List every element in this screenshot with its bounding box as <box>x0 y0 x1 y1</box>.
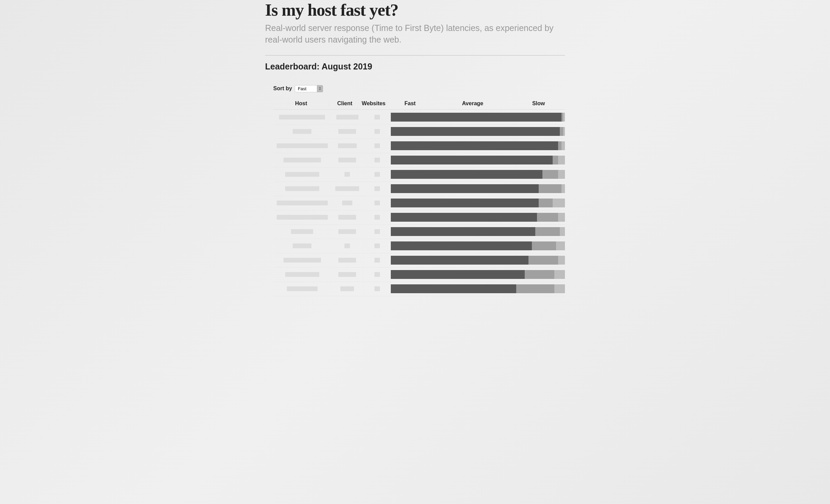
placeholder-host <box>293 129 311 134</box>
placeholder-websites <box>374 258 380 263</box>
cell-bar <box>391 125 565 139</box>
cell-client <box>331 225 364 239</box>
cell-host <box>273 268 331 282</box>
cell-host <box>273 210 331 224</box>
placeholder-client <box>338 129 356 134</box>
placeholder-host <box>293 243 311 248</box>
bar-segment-average <box>539 199 553 207</box>
placeholder-websites <box>374 143 380 148</box>
bar-segment-fast <box>391 170 542 179</box>
stacked-bar <box>391 127 565 136</box>
stacked-bar <box>391 256 565 265</box>
bar-segment-fast <box>391 284 516 293</box>
placeholder-client <box>338 158 356 162</box>
placeholder-websites <box>374 186 380 191</box>
sort-label: Sort by <box>273 85 292 92</box>
cell-client <box>331 268 364 282</box>
cell-bar <box>391 139 565 153</box>
cell-client <box>331 182 364 196</box>
placeholder-host <box>291 229 313 234</box>
placeholder-websites <box>374 286 380 291</box>
placeholder-websites <box>374 229 380 234</box>
bar-segment-slow <box>556 241 565 250</box>
bar-segment-slow <box>562 141 565 150</box>
bar-segment-average <box>532 241 556 250</box>
bar-segment-slow <box>558 156 565 164</box>
stacked-bar <box>391 213 565 222</box>
table-row <box>273 282 565 296</box>
cell-host <box>273 125 331 139</box>
bar-segment-average <box>558 141 562 150</box>
cell-client <box>331 110 364 124</box>
stacked-bar <box>391 227 565 236</box>
bar-segment-average <box>537 213 558 222</box>
bar-segment-fast <box>391 127 560 136</box>
page-subtitle: Real-world server response (Time to Firs… <box>265 22 565 46</box>
bar-segment-fast <box>391 241 532 250</box>
bar-segment-average <box>528 256 558 265</box>
table-row <box>273 168 565 182</box>
placeholder-websites <box>374 215 380 220</box>
placeholder-host <box>277 201 328 205</box>
col-header-websites: Websites <box>360 100 387 107</box>
cell-host <box>273 168 331 182</box>
placeholder-websites <box>374 201 380 205</box>
cell-host <box>273 139 331 153</box>
placeholder-client <box>344 243 350 248</box>
cell-host <box>273 225 331 239</box>
bar-segment-average <box>542 170 558 179</box>
stacked-bar <box>391 156 565 164</box>
table-header-row: Host Client Websites Fast Average Slow <box>273 100 565 110</box>
placeholder-client <box>335 186 359 191</box>
cell-client <box>331 139 364 153</box>
cell-client <box>331 168 364 182</box>
placeholder-client <box>338 272 356 277</box>
cell-bar <box>391 268 565 282</box>
bar-segment-slow <box>553 199 565 207</box>
cell-bar <box>391 196 565 210</box>
cell-bar <box>391 210 565 224</box>
cell-bar <box>391 110 565 124</box>
bar-segment-fast <box>391 141 558 150</box>
placeholder-host <box>277 215 328 220</box>
cell-client <box>331 125 364 139</box>
bar-segment-slow <box>560 227 565 236</box>
table-row <box>273 153 565 168</box>
col-header-average: Average <box>433 100 512 107</box>
bar-segment-fast <box>391 213 537 222</box>
table-row <box>273 253 565 268</box>
leaderboard-title: Leaderboard: August 2019 <box>265 62 565 72</box>
bar-segment-fast <box>391 227 535 236</box>
bar-segment-fast <box>391 184 539 193</box>
bar-segment-fast <box>391 156 553 164</box>
bar-segment-average <box>535 227 560 236</box>
table-row <box>273 196 565 210</box>
table-row <box>273 182 565 196</box>
cell-websites <box>364 182 391 196</box>
table-row <box>273 268 565 282</box>
cell-bar <box>391 182 565 196</box>
cell-client <box>331 282 364 296</box>
cell-client <box>331 153 364 167</box>
stacked-bar <box>391 170 565 179</box>
bar-segment-average <box>516 284 554 293</box>
leaderboard-table: Host Client Websites Fast Average Slow <box>273 100 565 296</box>
placeholder-client <box>338 143 357 148</box>
placeholder-client <box>336 115 358 120</box>
sort-select[interactable]: FastAverageSlow <box>295 85 323 92</box>
cell-websites <box>364 268 391 282</box>
cell-websites <box>364 225 391 239</box>
placeholder-host <box>287 286 318 291</box>
placeholder-host <box>285 172 319 177</box>
col-header-slow: Slow <box>512 100 565 107</box>
placeholder-websites <box>374 172 380 177</box>
stacked-bar <box>391 184 565 193</box>
stacked-bar <box>391 141 565 150</box>
cell-bar <box>391 239 565 253</box>
cell-host <box>273 253 331 267</box>
cell-websites <box>364 253 391 267</box>
cell-websites <box>364 282 391 296</box>
col-header-fast: Fast <box>387 100 433 107</box>
table-row <box>273 239 565 253</box>
bar-segment-fast <box>391 113 562 122</box>
